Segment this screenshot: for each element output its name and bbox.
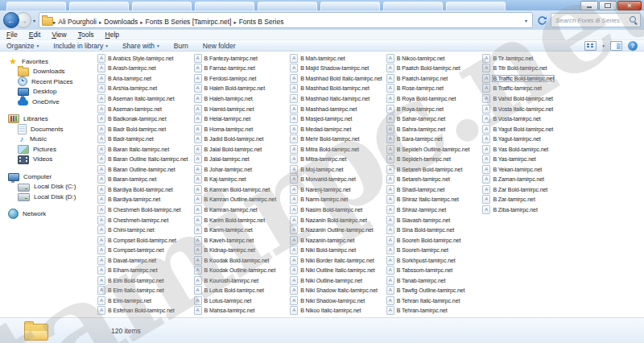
menu-help[interactable]: Help xyxy=(105,31,119,39)
file-item[interactable]: B Tehran Italic-tamirpc.net xyxy=(384,295,481,306)
file-item[interactable]: B Morvarid-tamirpc.net xyxy=(287,175,384,185)
file-item[interactable]: B Sorkhpust-tamirpc.net xyxy=(384,255,481,266)
file-item[interactable]: B Karim-tamirpc.net xyxy=(192,225,288,235)
file-item[interactable]: B Haleh Bold-tamirpc.net xyxy=(192,84,288,94)
search-input[interactable] xyxy=(554,16,630,25)
file-item[interactable]: B Shadi-tamirpc.net xyxy=(384,184,481,195)
file-item[interactable]: B Sooreh Bold-tamirpc.net xyxy=(384,235,481,246)
file-item[interactable]: B Badr Bold-tamirpc.net xyxy=(95,124,192,134)
file-item[interactable]: B Paatch-tamirpc.net xyxy=(384,73,481,84)
file-item[interactable]: B Sepideh-tamirpc.net xyxy=(384,154,481,164)
file-item[interactable]: B Mashhad-tamirpc.net xyxy=(287,104,384,114)
chevron-down-icon[interactable]: ▾ xyxy=(602,43,605,48)
sidebar-header-libraries[interactable]: Libraries xyxy=(0,114,95,125)
preview-pane-icon[interactable] xyxy=(610,41,622,51)
file-item[interactable]: B Kaveh-tamirpc.net xyxy=(192,235,288,246)
file-item[interactable]: B Davat-tamirpc.net xyxy=(95,255,192,266)
file-item[interactable]: B Mashhad Italic-tamirpc.net xyxy=(287,93,384,104)
file-item[interactable]: B Cheshmeh-tamirpc.net xyxy=(95,215,192,225)
file-item[interactable]: B Niki Shadow-tamirpc.net xyxy=(287,295,384,306)
file-item[interactable]: B Badkonak-tamirpc.net xyxy=(95,114,192,124)
file-item[interactable]: B Roya-tamirpc.net xyxy=(384,104,481,114)
file-item[interactable]: B Titr Bold-tamirpc.net xyxy=(480,64,576,74)
file-item[interactable]: B Badr-tamirpc.net xyxy=(95,134,192,144)
file-item[interactable]: B Arash-tamirpc.net xyxy=(95,64,192,74)
file-item[interactable]: B Masjed-tamirpc.net xyxy=(287,114,384,124)
file-item[interactable]: B Tawfig Outline-tamirpc.net xyxy=(384,286,481,296)
file-item[interactable]: B Tir-tamirpc.net xyxy=(480,53,576,64)
file-item[interactable]: B Roya Bold-tamirpc.net xyxy=(384,93,481,104)
file-item[interactable]: B Sina Bold-tamirpc.net xyxy=(384,225,481,235)
breadcrumb-item-ali-pourgholi[interactable]: Ali Pourgholi xyxy=(56,18,99,26)
file-item[interactable]: B Mashhad Bold Italic-tamirpc.net xyxy=(287,73,384,84)
file-item[interactable]: B Baran Italic-tamirpc.net xyxy=(95,144,192,155)
file-item[interactable]: B Elm Italic-tamirpc.net xyxy=(95,286,192,296)
file-item[interactable]: B Arshia-tamirpc.net xyxy=(95,84,192,94)
file-item[interactable]: B Tabssom-tamirpc.net xyxy=(384,265,481,275)
breadcrumb-item-downloads[interactable]: Downloads xyxy=(101,18,140,26)
file-item[interactable]: B Homa-tamirpc.net xyxy=(192,124,288,134)
file-item[interactable]: B Kidnap-tamirpc.net xyxy=(192,245,288,255)
file-item[interactable]: B Nikoo-tamirpc.net xyxy=(384,53,481,64)
file-item[interactable]: B Baran-tamirpc.net xyxy=(95,175,192,185)
file-item[interactable]: B Niki Outline Italic-tamirpc.net xyxy=(287,265,384,275)
restore-button[interactable] xyxy=(599,1,617,10)
toolbar-organize[interactable]: Organize▾ xyxy=(6,42,39,50)
toolbar-share-with[interactable]: Share with▾ xyxy=(122,42,159,50)
file-item[interactable]: B Yagut-tamirpc.net xyxy=(480,134,576,144)
file-item[interactable]: B Narm-tamirpc.net xyxy=(287,195,384,205)
file-item[interactable]: B Siavash-tamirpc.net xyxy=(384,215,481,225)
file-item[interactable]: B Nazanin Bold-tamirpc.net xyxy=(287,215,384,225)
file-item[interactable]: B Nazanin Outline-tamirpc.net xyxy=(287,225,384,235)
file-item[interactable]: B Zaman-tamirpc.net xyxy=(480,175,576,185)
sidebar-header-computer[interactable]: Computer xyxy=(0,172,95,182)
file-item[interactable]: B Majid Shadow-tamirpc.net xyxy=(287,64,384,74)
file-item[interactable]: B Mitra-tamirpc.net xyxy=(287,154,384,164)
file-item[interactable]: B Traffic-tamirpc.net xyxy=(480,84,576,94)
file-item[interactable]: B Johar-tamirpc.net xyxy=(192,164,288,175)
file-item[interactable]: B Kamran Outline-tamirpc.net xyxy=(192,195,288,205)
file-item[interactable]: B Kamran Bold-tamirpc.net xyxy=(192,184,288,195)
breadcrumb-item-fonts-b-series[interactable]: Fonts B Series xyxy=(237,18,287,26)
file-item[interactable]: B Moj-tamirpc.net xyxy=(287,164,384,175)
file-item[interactable]: B Jalal-tamirpc.net xyxy=(192,154,288,164)
file-item[interactable]: B Elham-tamirpc.net xyxy=(95,265,192,275)
file-item[interactable]: B Mahsa-tamirpc.net xyxy=(192,306,288,316)
file-item[interactable]: B Compset Bold-tamirpc.net xyxy=(95,235,192,246)
file-item[interactable]: B Zar-tamirpc.net xyxy=(480,195,576,205)
sidebar-header-favorites[interactable]: Favorites xyxy=(0,56,95,67)
file-item[interactable]: B Vahid Bold-tamirpc.net xyxy=(480,93,576,104)
file-item[interactable]: B Tanab-tamirpc.net xyxy=(384,275,481,286)
file-item[interactable]: B Bardiya-tamirpc.net xyxy=(95,195,192,205)
file-item[interactable]: B Ferdosi-tamirpc.net xyxy=(192,73,288,84)
recent-pages-dropdown-icon[interactable]: ▾ xyxy=(31,18,37,23)
file-item[interactable]: B Yagut Bold-tamirpc.net xyxy=(480,124,576,134)
file-item[interactable]: B Mehr Bold-tamirpc.net xyxy=(287,134,384,144)
file-item[interactable]: B Yas Bold-tamirpc.net xyxy=(480,144,576,155)
back-button[interactable]: ← xyxy=(3,12,19,28)
sidebar-item-music[interactable]: Music xyxy=(0,134,95,145)
file-item[interactable]: B Koodak Bold-tamirpc.net xyxy=(192,255,288,266)
breadcrumb-item-fonts-b-series-tamirpc-net[interactable]: Fonts B Series [Tamirpc.net] xyxy=(143,18,234,26)
file-item[interactable]: B Haleh-tamirpc.net xyxy=(192,93,288,104)
sidebar-header-network[interactable]: Network xyxy=(0,209,95,220)
file-item[interactable]: B Elm-tamirpc.net xyxy=(95,295,192,306)
file-item[interactable]: B Niki Shadow Italic-tamirpc.net xyxy=(287,286,384,296)
file-item[interactable]: B Nasim Bold-tamirpc.net xyxy=(287,205,384,215)
file-item[interactable]: B Sooreh-tamirpc.net xyxy=(384,245,481,255)
file-item[interactable]: B Chini-tamirpc.net xyxy=(95,225,192,235)
menu-edit[interactable]: Edit xyxy=(29,31,41,39)
file-item[interactable]: B Kaj-tamirpc.net xyxy=(192,175,288,185)
file-item[interactable]: B Aseman Italic-tamirpc.net xyxy=(95,93,192,104)
sidebar-item-local-disk-c[interactable]: Local Disk (C:) xyxy=(0,182,95,192)
file-item[interactable]: B Mitra Bold-tamirpc.net xyxy=(287,144,384,155)
file-item[interactable]: B Niki Outline-tamirpc.net xyxy=(287,275,384,286)
file-item[interactable]: B Sara-tamirpc.net xyxy=(384,134,481,144)
file-item[interactable]: B Mashhad Bold-tamirpc.net xyxy=(287,84,384,94)
file-item[interactable]: B Aria-tamirpc.net xyxy=(95,73,192,84)
file-item[interactable]: B Vosta-tamirpc.net xyxy=(480,114,576,124)
sidebar-item-downloads[interactable]: Downloads xyxy=(0,67,95,77)
file-item[interactable]: B Jalal Bold-tamirpc.net xyxy=(192,144,288,155)
file-item[interactable]: B Sahra-tamirpc.net xyxy=(384,124,481,134)
minimize-button[interactable] xyxy=(580,1,598,10)
